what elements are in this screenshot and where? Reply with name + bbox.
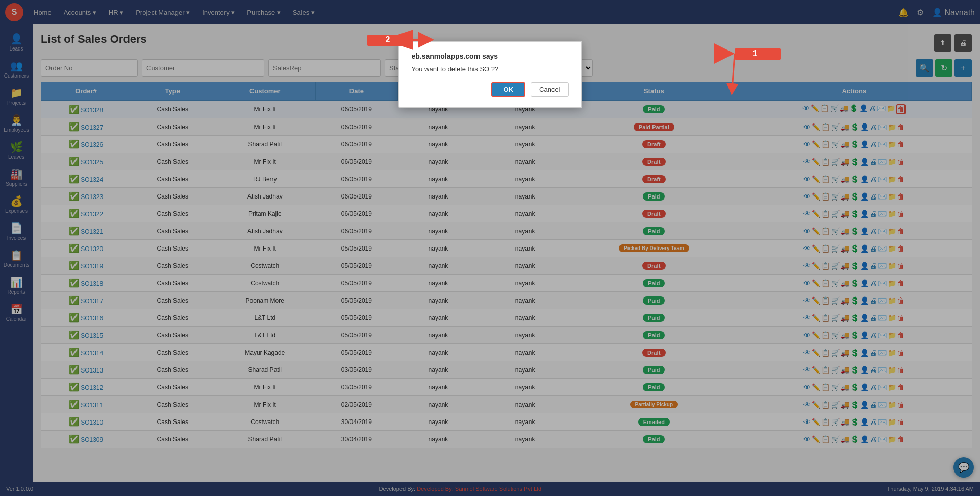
delete-confirm-modal: eb.sanmolapps.com says You want to delet…: [398, 41, 582, 108]
modal-overlay: eb.sanmolapps.com says You want to delet…: [0, 0, 980, 496]
modal-buttons: OK Cancel: [412, 82, 569, 97]
modal-title: eb.sanmolapps.com says: [412, 52, 569, 60]
modal-message: You want to delete this SO ??: [412, 65, 569, 73]
modal-ok-button[interactable]: OK: [491, 82, 526, 97]
modal-cancel-button[interactable]: Cancel: [531, 82, 568, 97]
